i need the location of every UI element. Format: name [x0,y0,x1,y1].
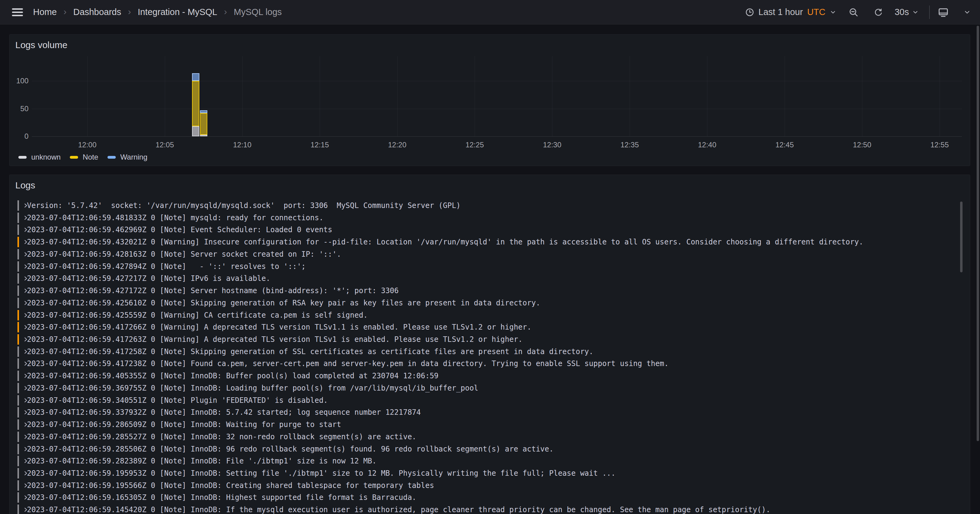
log-row[interactable]: 2023-07-04T12:06:59.145420Z 0 [Note] Inn… [10,504,966,514]
cycle-view-mode-button[interactable] [938,7,949,18]
x-axis-tick-label: 12:40 [689,141,725,149]
top-toolbar: Home › Dashboards › Integration - MySQL … [0,0,980,24]
main-menu-button[interactable] [10,5,24,19]
log-line-text: 2023-07-04T12:06:59.145420Z 0 [Note] Inn… [27,505,770,514]
logs-volume-chart[interactable]: 12:0012:0512:1012:1512:2012:2512:3012:35… [10,35,970,166]
log-row[interactable]: Version: '5.7.42' socket: '/var/run/mysq… [10,199,966,212]
legend-label: Note [83,153,98,161]
grid-line-horizontal [32,109,962,109]
log-line-text: Version: '5.7.42' socket: '/var/run/mysq… [27,201,461,210]
log-row[interactable]: 2023-07-04T12:06:59.285506Z 0 [Note] Inn… [10,443,966,455]
log-rows-list: Version: '5.7.42' socket: '/var/run/mysq… [10,199,966,514]
refresh-dashboard-button[interactable] [874,8,883,17]
log-row[interactable]: 2023-07-04T12:06:59.428163Z 0 [Note] Ser… [10,248,966,260]
x-axis-tick-label: 12:05 [146,141,183,149]
page-scrollbar-thumb[interactable] [977,26,979,441]
breadcrumb: Home › Dashboards › Integration - MySQL … [33,7,282,18]
x-axis-tick-label: 12:35 [611,141,648,149]
legend-color-pill [18,156,27,159]
log-row[interactable]: 2023-07-04T12:06:59.340551Z 0 [Note] Plu… [10,394,966,406]
log-row[interactable]: 2023-07-04T12:06:59.427172Z 0 [Note] Ser… [10,285,966,297]
log-row[interactable]: 2023-07-04T12:06:59.282389Z 0 [Note] Inn… [10,455,966,467]
chevron-down-icon [964,9,971,16]
log-row[interactable]: 2023-07-04T12:06:59.425559Z 0 [Warning] … [10,309,966,321]
time-range-picker[interactable]: Last 1 hour UTC [745,7,837,17]
clock-icon [745,8,754,17]
log-row[interactable]: 2023-07-04T12:06:59.285527Z 0 [Note] Inn… [10,431,966,443]
grid-line-vertical [397,56,398,136]
grid-line-vertical [475,56,475,136]
log-row[interactable]: 2023-07-04T12:06:59.165305Z 0 [Note] Inn… [10,491,966,504]
log-line-text: 2023-07-04T12:06:59.405355Z 0 [Note] Inn… [27,372,439,380]
zoom-out-time-range-button[interactable] [849,7,858,17]
log-line-text: 2023-07-04T12:06:59.427217Z 0 [Note] IPv… [27,274,270,283]
log-row[interactable]: 2023-07-04T12:06:59.417263Z 0 [Warning] … [10,333,966,345]
hamburger-menu-icon [11,6,24,19]
log-level-indicator-warning [18,310,19,320]
breadcrumb-dashboards[interactable]: Dashboards [73,7,121,17]
log-row[interactable]: 2023-07-04T12:06:59.405355Z 0 [Note] Inn… [10,370,966,382]
grid-line-vertical [165,56,165,136]
log-level-indicator-note [18,261,19,272]
breadcrumb-separator-icon: › [224,6,227,17]
breadcrumb-dashboard-name[interactable]: Integration - MySQL [138,7,218,17]
log-level-indicator-note [18,419,19,430]
bar-segment-note [200,113,207,135]
x-axis-tick-label: 12:30 [534,141,571,149]
panel-title[interactable]: Logs [15,180,35,191]
chevron-down-icon [912,9,919,16]
x-axis-tick-label: 12:15 [301,141,338,149]
log-row[interactable]: 2023-07-04T12:06:59.462969Z 0 [Note] Eve… [10,224,966,236]
refresh-interval-picker[interactable]: 30s [894,7,919,17]
x-axis-tick-label: 12:00 [69,141,106,149]
log-row[interactable]: 2023-07-04T12:06:59.432021Z 0 [Warning] … [10,236,966,248]
log-row[interactable]: 2023-07-04T12:06:59.286509Z 0 [Note] Inn… [10,419,966,431]
log-level-indicator-note [18,273,19,284]
time-range-label: Last 1 hour [759,7,803,17]
log-row[interactable]: 2023-07-04T12:06:59.417266Z 0 [Warning] … [10,321,966,333]
x-axis-baseline [32,136,962,137]
log-line-text: 2023-07-04T12:06:59.427894Z 0 [Note] - '… [27,262,305,271]
log-line-text: 2023-07-04T12:06:59.427172Z 0 [Note] Ser… [27,286,399,295]
log-level-indicator-note [18,213,19,223]
chart-legend: unknownNoteWarning [18,153,147,161]
log-level-indicator-warning [18,322,19,333]
log-line-text: 2023-07-04T12:06:59.286509Z 0 [Note] Inn… [27,420,341,429]
log-line-text: 2023-07-04T12:06:59.340551Z 0 [Note] Plu… [27,396,328,405]
log-row[interactable]: 2023-07-04T12:06:59.425610Z 0 [Note] Ski… [10,297,966,309]
chevron-down-icon [830,9,836,16]
legend-color-pill [108,156,116,159]
log-level-indicator-note [18,395,19,406]
legend-item-unknown[interactable]: unknown [18,153,60,161]
log-line-text: 2023-07-04T12:06:59.285506Z 0 [Note] Inn… [27,445,554,454]
grid-line-vertical [242,56,243,136]
log-row[interactable]: 2023-07-04T12:06:59.427894Z 0 [Note] - '… [10,260,966,273]
log-row[interactable]: 2023-07-04T12:06:59.195953Z 0 [Note] Inn… [10,467,966,479]
breadcrumb-separator-icon: › [64,6,67,17]
breadcrumb-home[interactable]: Home [33,7,57,17]
log-level-indicator-note [18,456,19,466]
bar-segment-warning [200,110,207,113]
log-level-indicator-warning [18,334,19,345]
log-row[interactable]: 2023-07-04T12:06:59.417238Z 0 [Note] Fou… [10,358,966,370]
log-level-indicator-note [18,504,19,514]
grid-line-vertical [320,56,320,136]
log-row[interactable]: 2023-07-04T12:06:59.337932Z 0 [Note] Inn… [10,406,966,419]
log-row[interactable]: 2023-07-04T12:06:59.369755Z 0 [Note] Inn… [10,382,966,394]
log-row[interactable]: 2023-07-04T12:06:59.195566Z 0 [Note] Inn… [10,479,966,492]
log-row[interactable]: 2023-07-04T12:06:59.417258Z 0 [Note] Ski… [10,345,966,358]
log-level-indicator-note [18,285,19,296]
log-row[interactable]: 2023-07-04T12:06:59.481833Z 0 [Note] mys… [10,212,966,224]
x-axis-tick-label: 12:45 [766,141,803,149]
refresh-icon [874,8,883,17]
log-line-text: 2023-07-04T12:06:59.425559Z 0 [Warning] … [27,311,368,320]
legend-item-warning[interactable]: Warning [108,153,147,161]
toolbar-more-dropdown[interactable] [964,9,971,16]
legend-item-note[interactable]: Note [70,153,98,161]
log-line-text: 2023-07-04T12:06:59.428163Z 0 [Note] Ser… [27,250,341,259]
bar-segment-unknown [192,126,199,136]
logs-scrollbar-thumb[interactable] [960,202,963,272]
x-axis-tick-label: 12:55 [921,141,958,149]
log-line-text: 2023-07-04T12:06:59.369755Z 0 [Note] Inn… [27,384,478,392]
log-row[interactable]: 2023-07-04T12:06:59.427217Z 0 [Note] IPv… [10,272,966,285]
